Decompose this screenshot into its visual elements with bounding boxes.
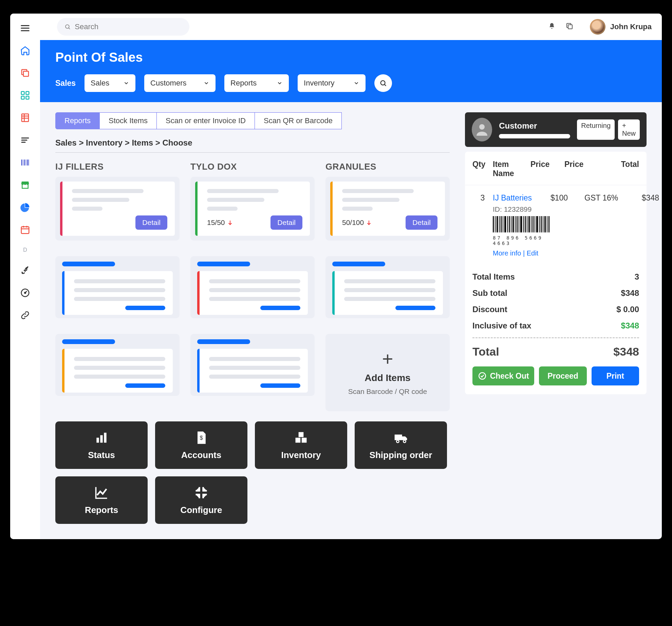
more-info-link[interactable]: More info bbox=[493, 249, 521, 257]
lines-icon[interactable] bbox=[20, 135, 30, 145]
page-title: Point Of Sales bbox=[55, 50, 647, 65]
returning-button[interactable]: Returning bbox=[577, 119, 615, 140]
tab-stock-items[interactable]: Stock Items bbox=[100, 112, 157, 129]
add-items-subtitle: Scan Barcode / QR code bbox=[348, 387, 427, 396]
link-icon[interactable] bbox=[20, 310, 30, 320]
column-title: IJ FILLERS bbox=[55, 162, 180, 172]
subtotal-value: $348 bbox=[621, 288, 639, 298]
hamburger-icon[interactable] bbox=[20, 23, 30, 33]
modules-icon[interactable] bbox=[20, 90, 30, 100]
svg-rect-72 bbox=[547, 216, 547, 232]
tabs-row: ReportsStock ItemsScan or enter Invoice … bbox=[55, 112, 450, 129]
col-qty: Qty bbox=[472, 160, 493, 178]
tab-scan-or-enter-invoice-id[interactable]: Scan or enter Invoice ID bbox=[157, 112, 255, 129]
topbar: John Krupa bbox=[40, 14, 662, 40]
cart-item-name[interactable]: IJ Batteries bbox=[493, 193, 532, 202]
subtotal-label: Sub total bbox=[472, 288, 507, 298]
total-label: Total bbox=[472, 345, 499, 358]
incl-tax-value: $348 bbox=[621, 321, 639, 330]
tile-label: Accounts bbox=[181, 450, 221, 460]
barcode-icon: 87 896 5669 4663 bbox=[493, 216, 550, 246]
cart-price: $100 bbox=[550, 193, 584, 203]
cart-panel: Qty Item Name Price Price Total 3 IJ Bat… bbox=[465, 152, 647, 394]
tile-configure[interactable]: Configure bbox=[155, 476, 247, 524]
svg-rect-73 bbox=[548, 216, 549, 232]
svg-rect-35 bbox=[96, 438, 99, 443]
detail-button[interactable]: Detail bbox=[135, 215, 167, 230]
cart-row: 3 IJ Batteries ID: 1232899 87 896 5669 4… bbox=[465, 185, 647, 265]
home-icon[interactable] bbox=[20, 45, 30, 56]
edit-link[interactable]: Edit bbox=[527, 249, 538, 257]
dropdown-sales[interactable]: Sales bbox=[85, 74, 135, 92]
tile-shipping-order[interactable]: Shipping order bbox=[355, 421, 447, 469]
svg-rect-53 bbox=[509, 216, 510, 232]
detail-button[interactable]: Detail bbox=[270, 215, 302, 230]
barcode-icon[interactable] bbox=[20, 157, 30, 168]
mini-sidebar: D bbox=[10, 14, 40, 539]
plus-icon: + bbox=[382, 349, 393, 368]
svg-rect-52 bbox=[507, 216, 508, 232]
tile-label: Shipping order bbox=[370, 450, 432, 460]
tile-accounts[interactable]: $Accounts bbox=[155, 421, 247, 469]
svg-rect-18 bbox=[26, 159, 26, 166]
svg-rect-6 bbox=[21, 96, 24, 99]
search-input[interactable] bbox=[75, 22, 182, 31]
bell-icon[interactable] bbox=[548, 22, 556, 32]
pie-icon[interactable] bbox=[20, 202, 30, 212]
tile-label: Configure bbox=[181, 505, 222, 515]
tile-label: Reports bbox=[85, 505, 118, 515]
checkout-button[interactable]: Check Out bbox=[472, 366, 534, 385]
user-info[interactable]: John Krupa bbox=[590, 19, 652, 35]
print-button[interactable]: Print bbox=[592, 366, 639, 385]
svg-rect-61 bbox=[525, 216, 526, 232]
new-customer-button[interactable]: + New bbox=[618, 119, 640, 140]
add-items-card[interactable]: + Add Items Scan Barcode / QR code bbox=[325, 334, 450, 411]
tab-reports[interactable]: Reports bbox=[55, 112, 100, 129]
username: John Krupa bbox=[610, 22, 652, 31]
proceed-button[interactable]: Proceed bbox=[539, 366, 586, 385]
svg-rect-47 bbox=[497, 216, 498, 232]
tile-status[interactable]: Status bbox=[55, 421, 148, 469]
dropdown-customers[interactable]: Customers bbox=[144, 74, 216, 92]
svg-rect-39 bbox=[296, 438, 301, 443]
dropdown-inventory[interactable]: Inventory bbox=[298, 74, 366, 92]
spreadsheet-icon[interactable] bbox=[20, 113, 30, 123]
svg-rect-58 bbox=[519, 216, 519, 232]
column-title: GRANULES bbox=[325, 162, 450, 172]
search-icon bbox=[379, 79, 387, 87]
tile-reports[interactable]: Reports bbox=[55, 476, 148, 524]
tile-inventory[interactable]: Inventory bbox=[255, 421, 347, 469]
tab-scan-qr-or-barcode[interactable]: Scan QR or Barcode bbox=[255, 112, 342, 129]
svg-point-25 bbox=[25, 269, 27, 270]
header-search-button[interactable] bbox=[374, 74, 392, 92]
calendar-icon[interactable] bbox=[20, 225, 30, 235]
discount-value: $ 0.00 bbox=[616, 305, 639, 314]
arrow-down-icon bbox=[366, 220, 372, 226]
search-icon bbox=[64, 23, 71, 30]
rocket-icon[interactable] bbox=[20, 265, 30, 276]
svg-rect-49 bbox=[501, 216, 502, 232]
customer-name-placeholder bbox=[499, 134, 570, 138]
gauge-icon[interactable] bbox=[20, 288, 30, 298]
store-icon[interactable] bbox=[20, 180, 30, 190]
item-card bbox=[55, 334, 180, 396]
check-circle-icon bbox=[478, 372, 487, 380]
detail-button[interactable]: Detail bbox=[406, 215, 437, 230]
stock-text: 50/100 bbox=[342, 219, 372, 227]
dropdown-reports[interactable]: Reports bbox=[224, 74, 289, 92]
cart-qty: 3 bbox=[472, 193, 493, 203]
windows-icon[interactable] bbox=[565, 22, 574, 32]
svg-rect-46 bbox=[495, 216, 496, 232]
svg-rect-54 bbox=[511, 216, 511, 232]
d-letter-icon[interactable]: D bbox=[23, 247, 27, 253]
svg-rect-7 bbox=[26, 96, 29, 99]
svg-rect-21 bbox=[21, 227, 29, 233]
chevron-down-icon bbox=[353, 80, 359, 86]
svg-rect-66 bbox=[535, 216, 535, 232]
tile-label: Status bbox=[88, 450, 115, 460]
svg-rect-65 bbox=[533, 216, 534, 232]
svg-rect-36 bbox=[100, 435, 102, 442]
copy-icon[interactable] bbox=[20, 68, 30, 78]
svg-rect-3 bbox=[23, 71, 29, 76]
search-box[interactable] bbox=[57, 18, 189, 36]
